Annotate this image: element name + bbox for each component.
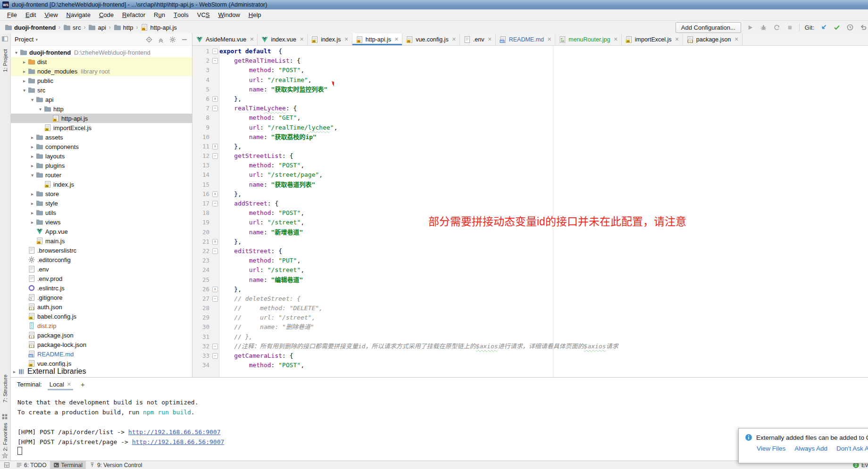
statusbar-terminal[interactable]: Terminal: [50, 461, 86, 469]
tree-item-components[interactable]: ▸components: [11, 142, 192, 151]
tab-index.vue[interactable]: index.vue✕: [258, 33, 308, 45]
tree-expand-icon[interactable]: ▸: [29, 210, 36, 215]
fold-marker-icon[interactable]: −: [212, 153, 218, 159]
menu-tools[interactable]: Tools: [169, 9, 193, 20]
tab-importExcel.js[interactable]: JSimportExcel.js✕: [622, 33, 683, 45]
menu-help[interactable]: Help: [244, 9, 266, 20]
tab-index.js[interactable]: JSindex.js✕: [308, 33, 352, 45]
tree-item-router[interactable]: ▾router: [11, 170, 192, 180]
tab-README.md[interactable]: MDREADME.md✕: [496, 33, 556, 45]
git-update-icon[interactable]: [819, 24, 827, 32]
tab-close-icon[interactable]: ✕: [487, 36, 492, 42]
code-editor[interactable]: 1−2−3456∧7−891011∧12−13141516∧17−1819202…: [192, 46, 868, 377]
breadcrumb-item-api[interactable]: api: [88, 24, 106, 31]
tree-expand-icon[interactable]: ▸: [11, 369, 18, 374]
menu-navigate[interactable]: Navigate: [62, 9, 95, 20]
tree-item-duoji-frontend[interactable]: ▾duoji-frontendD:\zheheWeb\duoji-fronten…: [11, 48, 192, 57]
strip-label-structure[interactable]: 7: Structure: [0, 362, 10, 415]
new-terminal-session-icon[interactable]: +: [79, 380, 87, 388]
chevron-down-icon[interactable]: ▾: [35, 37, 38, 42]
tree-item-layouts[interactable]: ▸layouts: [11, 151, 192, 161]
fold-marker-icon[interactable]: ∧: [212, 96, 218, 102]
tree-item-package-lock.json[interactable]: {;}package-lock.json: [11, 340, 192, 349]
tool-window-switcher-icon[interactable]: [2, 462, 12, 468]
tab-close-icon[interactable]: ✕: [393, 36, 399, 42]
tree-item-.editorconfig[interactable]: .editorconfig: [11, 255, 192, 264]
tab-close-icon[interactable]: ✕: [299, 36, 304, 42]
tab-package.json[interactable]: {;}package.json✕: [683, 33, 743, 45]
tree-item-assets[interactable]: ▸assets: [11, 132, 192, 142]
tree-item-store[interactable]: ▸store: [11, 189, 192, 198]
tab-close-icon[interactable]: ✕: [733, 36, 738, 42]
tab-.env[interactable]: .env✕: [460, 33, 496, 45]
terminal-tab-close-icon[interactable]: ✕: [67, 381, 71, 387]
git-commit-icon[interactable]: [833, 24, 841, 32]
run-with-coverage-icon[interactable]: [773, 24, 781, 32]
locate-file-icon[interactable]: [145, 36, 153, 43]
fold-marker-icon[interactable]: −: [212, 106, 218, 111]
run-icon[interactable]: [746, 24, 754, 32]
tree-expand-icon[interactable]: ▾: [21, 88, 28, 93]
tab-close-icon[interactable]: ✕: [343, 36, 349, 42]
tree-expand-icon[interactable]: ▾: [13, 50, 20, 55]
tree-item-style[interactable]: ▸style: [11, 198, 192, 208]
tree-expand-icon[interactable]: ▸: [21, 69, 28, 74]
tree-item-plugins[interactable]: ▸plugins: [11, 161, 192, 170]
tree-item-main.js[interactable]: JSmain.js: [11, 236, 192, 246]
breadcrumb-item-src[interactable]: src: [63, 24, 81, 31]
menu-view[interactable]: View: [40, 9, 62, 20]
notification-action-always-add[interactable]: Always Add: [794, 445, 827, 452]
tree-expand-icon[interactable]: ▸: [21, 59, 28, 65]
tree-item-index.js[interactable]: JSindex.js: [11, 180, 192, 189]
tab-AsideMenu.vue[interactable]: AsideMenu.vue✕: [192, 33, 258, 45]
hide-panel-icon[interactable]: [181, 36, 188, 43]
rollback-icon[interactable]: [859, 24, 867, 32]
menu-window[interactable]: Window: [214, 9, 244, 20]
tree-item-.env[interactable]: .env: [11, 264, 192, 274]
terminal-tab-local[interactable]: Local ✕: [48, 378, 73, 390]
tree-item-views[interactable]: ▸views: [11, 217, 192, 227]
notification-action-don't-ask-agai[interactable]: Don't Ask Agai: [836, 445, 868, 452]
menu-edit[interactable]: Edit: [21, 9, 40, 20]
tree-item-vue.config.js[interactable]: JSvue.config.js: [11, 359, 192, 367]
fold-marker-icon[interactable]: −: [212, 296, 218, 302]
tab-menuRouter.jpg[interactable]: menuRouter.jpg✕: [555, 33, 621, 45]
collapse-all-icon[interactable]: [157, 36, 165, 43]
tab-close-icon[interactable]: ✕: [546, 36, 551, 42]
statusbar-vcs[interactable]: 9: Version Control: [86, 461, 145, 469]
tree-item-package.json[interactable]: {;}package.json: [11, 330, 192, 340]
tree-expand-icon[interactable]: ▾: [29, 173, 36, 178]
breadcrumb-item-http[interactable]: http: [114, 24, 134, 31]
tree-item-App.vue[interactable]: App.vue: [11, 227, 192, 236]
tree-expand-icon[interactable]: ▸: [29, 144, 36, 149]
tree-item-dist.zip[interactable]: dist.zip: [11, 321, 192, 330]
tree-item-node_modules[interactable]: ▸node_moduleslibrary root: [11, 66, 192, 76]
tree-expand-icon[interactable]: ▸: [29, 220, 36, 225]
tree-expand-icon[interactable]: ▾: [29, 97, 36, 102]
tree-item-dist[interactable]: ▸dist: [11, 57, 192, 66]
tree-item-utils[interactable]: ▸utils: [11, 208, 192, 217]
tree-item-http[interactable]: ▾http: [11, 104, 192, 114]
tree-item-external-libraries[interactable]: ▸ External Libraries: [11, 367, 192, 376]
add-configuration-button[interactable]: Add Configuration...: [676, 22, 741, 33]
tree-item-http-api.js[interactable]: JShttp-api.js: [11, 114, 192, 123]
tab-close-icon[interactable]: ✕: [613, 36, 618, 42]
fold-marker-icon[interactable]: −: [212, 58, 218, 64]
tab-vue.config.js[interactable]: JSvue.config.js✕: [402, 33, 460, 45]
settings-gear-icon[interactable]: [169, 36, 176, 43]
fold-marker-icon[interactable]: −: [212, 49, 218, 54]
tree-item-api[interactable]: ▾api: [11, 95, 192, 104]
build-grid-icon[interactable]: [1, 413, 9, 421]
menu-run[interactable]: Run: [150, 9, 169, 20]
tree-item-importExcel.js[interactable]: JSimportExcel.js: [11, 123, 192, 132]
stop-icon[interactable]: [786, 24, 794, 32]
tab-close-icon[interactable]: ✕: [249, 36, 254, 42]
fold-marker-icon[interactable]: ∧: [212, 239, 218, 245]
tree-expand-icon[interactable]: ▸: [29, 201, 36, 206]
fold-marker-icon[interactable]: −: [212, 248, 218, 254]
fold-marker-icon[interactable]: ∧: [212, 287, 218, 292]
tree-expand-icon[interactable]: ▸: [29, 191, 36, 197]
tab-close-icon[interactable]: ✕: [674, 36, 679, 42]
tree-item-auth.json[interactable]: {;}auth.json: [11, 302, 192, 312]
debug-icon[interactable]: [760, 24, 768, 32]
